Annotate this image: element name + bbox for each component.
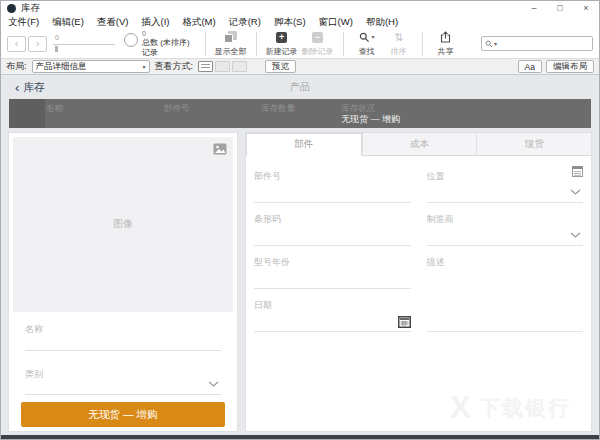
formatting-bar-button[interactable]: Aa xyxy=(518,60,542,73)
window-controls: – □ × xyxy=(521,2,599,15)
detail-panels: 图像 名称 类别 xyxy=(9,133,591,431)
product-detail-panel: 部件 成本 现货 部件号 位置 xyxy=(246,133,591,431)
new-record-button[interactable]: + 新建记录 xyxy=(264,31,300,57)
toolbar-separator xyxy=(256,32,257,56)
previous-record-button[interactable]: ‹ xyxy=(7,36,26,52)
window-bottom-edge xyxy=(1,435,599,439)
quick-find-box[interactable]: ▾ xyxy=(481,36,593,51)
index-list-icon[interactable] xyxy=(572,166,583,177)
chevron-left-icon: ‹ xyxy=(15,81,19,94)
chevron-down-icon xyxy=(208,381,219,387)
page-title: 产品 xyxy=(1,80,599,94)
location-label: 位置 xyxy=(427,171,445,181)
found-count: 0 xyxy=(142,30,190,38)
find-button[interactable]: ▾ 查找 xyxy=(351,31,383,57)
menu-bar: 文件(F) 编辑(E) 查看(V) 插入(I) 格式(M) 记录(R) 脚本(S… xyxy=(1,15,599,29)
view-mode-buttons xyxy=(198,61,247,72)
category-field[interactable]: 类别 xyxy=(25,351,221,395)
tab-cost[interactable]: 成本 xyxy=(362,133,477,156)
barcode-label: 条形码 xyxy=(254,214,281,224)
record-navigation: ‹ › xyxy=(7,36,47,52)
chevron-down-icon: ▾ xyxy=(372,34,375,40)
model-year-field[interactable]: 型号年份 xyxy=(254,246,411,289)
window-title: 库存 xyxy=(21,2,40,15)
menu-view[interactable]: 查看(V) xyxy=(97,16,129,29)
slider-track xyxy=(53,44,115,45)
barcode-field[interactable]: 条形码 xyxy=(254,203,411,246)
back-to-inventory-link[interactable]: ‹ 库存 xyxy=(15,80,45,95)
quick-find-input[interactable] xyxy=(498,38,589,49)
table-view-button[interactable] xyxy=(232,61,247,72)
view-mode-label: 查看方式: xyxy=(155,60,194,73)
record-list-header[interactable]: 名称 部件号 库存数量 库存状况 无现货 — 增购 xyxy=(9,99,591,128)
manufacturer-label: 制造商 xyxy=(427,214,454,224)
plus-icon: + xyxy=(276,32,287,43)
date-field[interactable]: 日期 xyxy=(254,289,411,332)
date-label: 日期 xyxy=(254,300,272,310)
record-slider[interactable]: 0 xyxy=(53,34,115,54)
pie-chart-icon xyxy=(124,33,138,47)
menu-help[interactable]: 帮助(H) xyxy=(366,16,398,29)
manufacturer-field[interactable]: 制造商 xyxy=(427,203,584,246)
chevron-down-icon: ▾ xyxy=(494,41,497,47)
name-field-label: 名称 xyxy=(25,324,43,334)
show-all-button[interactable]: 显示全部 xyxy=(213,31,249,57)
menu-format[interactable]: 格式(M) xyxy=(182,16,215,29)
close-icon[interactable]: × xyxy=(573,2,599,15)
chevron-down-icon xyxy=(570,189,581,195)
column-name: 名称 xyxy=(46,103,63,115)
maximize-icon[interactable]: □ xyxy=(547,2,573,15)
image-placeholder-label: 图像 xyxy=(113,217,133,231)
app-icon xyxy=(7,4,16,13)
delete-record-button[interactable]: − 删除记录 xyxy=(300,31,336,57)
record-count-indicator: 0 总数 (未排序) 记录 xyxy=(124,30,190,56)
title-bar: 库存 – □ × xyxy=(1,1,599,15)
stock-status-value: 无现货 — 增购 xyxy=(341,113,400,126)
preview-button[interactable]: 预览 xyxy=(265,60,296,73)
form-view-button[interactable] xyxy=(198,61,213,72)
toolbar-separator xyxy=(205,32,206,56)
picture-icon xyxy=(213,143,227,155)
edit-layout-button[interactable]: 编辑布局 xyxy=(546,60,594,73)
search-icon xyxy=(359,32,370,43)
calendar-icon[interactable] xyxy=(398,316,411,328)
slider-handle[interactable] xyxy=(55,46,58,52)
category-field-label: 类别 xyxy=(25,369,43,379)
image-container-field[interactable]: 图像 xyxy=(13,137,233,312)
share-button[interactable]: 共享 xyxy=(430,31,462,57)
description-field[interactable]: 描述 xyxy=(427,246,584,332)
tab-parts[interactable]: 部件 xyxy=(246,133,362,156)
records-label: 记录 xyxy=(142,48,190,57)
toolbar-separator xyxy=(422,32,423,56)
sort-button[interactable]: ⇅ 排序 xyxy=(383,31,415,57)
menu-records[interactable]: 记录(R) xyxy=(229,16,261,29)
tab-in-stock[interactable]: 现货 xyxy=(476,133,591,156)
menu-insert[interactable]: 插入(I) xyxy=(141,16,169,29)
record-thumbnail xyxy=(9,99,45,128)
column-part-number: 部件号 xyxy=(164,103,190,115)
location-field[interactable]: 位置 xyxy=(427,160,584,203)
minus-icon: − xyxy=(312,32,323,43)
menu-scripts[interactable]: 脚本(S) xyxy=(274,16,306,29)
chevron-down-icon xyxy=(570,232,581,238)
layout-content: ‹ 库存 产品 名称 部件号 库存数量 库存状况 无现货 — 增购 图像 xyxy=(1,75,599,435)
name-field[interactable]: 名称 xyxy=(25,312,221,352)
layout-bar: 布局: 产品详细信息 ▾ 查看方式: 预览 Aa 编辑布局 xyxy=(1,58,599,75)
menu-window[interactable]: 窗口(W) xyxy=(319,16,353,29)
menu-edit[interactable]: 编辑(E) xyxy=(52,16,84,29)
menu-file[interactable]: 文件(F) xyxy=(8,16,39,29)
next-record-button[interactable]: › xyxy=(28,36,47,52)
stock-status-button[interactable]: 无现货 — 增购 xyxy=(21,402,225,427)
chevron-down-icon: ▾ xyxy=(143,64,146,70)
part-number-field[interactable]: 部件号 xyxy=(254,160,411,203)
content-header: ‹ 库存 产品 xyxy=(1,75,599,99)
app-window: 库存 – □ × 文件(F) 编辑(E) 查看(V) 插入(I) 格式(M) 记… xyxy=(0,0,600,440)
show-all-icon xyxy=(224,31,237,43)
list-view-button[interactable] xyxy=(215,61,230,72)
layout-label: 布局: xyxy=(6,60,27,73)
part-number-label: 部件号 xyxy=(254,171,281,181)
slider-value: 0 xyxy=(55,34,59,41)
layout-select[interactable]: 产品详细信息 ▾ xyxy=(32,60,150,73)
sort-arrows-icon: ⇅ xyxy=(394,32,403,43)
minimize-icon[interactable]: – xyxy=(521,2,547,15)
